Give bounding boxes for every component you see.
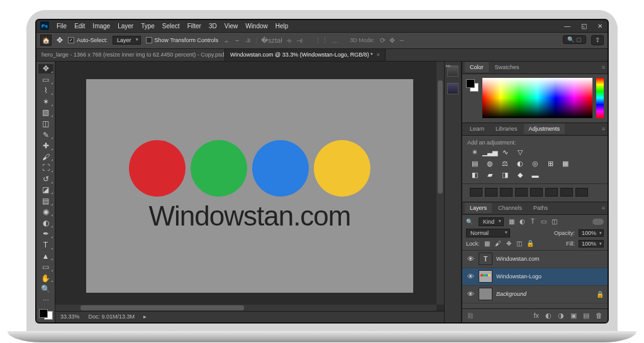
distribute-icons[interactable]: ⋮⋮ … (314, 36, 339, 45)
panel-menu-icon[interactable]: ≡ (602, 205, 605, 211)
levels-icon[interactable]: ▁▃▅ (485, 148, 495, 157)
tab-layers[interactable]: Layers (465, 203, 492, 213)
lock-all-icon[interactable]: 🔒 (526, 240, 534, 247)
home-button[interactable]: 🏠 (40, 35, 52, 46)
distribute-h-icon[interactable]: ⋮⋮ (314, 36, 328, 45)
align-right-icon[interactable]: ⫣ (296, 36, 303, 45)
tab-adjustments[interactable]: Adjustments (524, 124, 565, 134)
menu-layer[interactable]: Layer (118, 23, 133, 30)
menu-select[interactable]: Select (162, 23, 180, 30)
brush-tool[interactable]: 🖌 (38, 152, 53, 162)
shape-tool[interactable]: ▭ (38, 262, 53, 272)
opacity-field[interactable]: 100% (579, 229, 604, 237)
channel-mixer-icon[interactable]: ⊞ (545, 160, 555, 168)
shape-filter-icon[interactable]: ▭ (540, 218, 547, 225)
threeD-icons[interactable]: ⟳ ✥ ↔ (380, 36, 406, 45)
dolly-icon[interactable]: ↔ (399, 36, 406, 45)
align-bottom-icon[interactable]: ⫡ (245, 36, 252, 45)
visibility-icon[interactable]: 👁 (466, 273, 475, 280)
color-balance-icon[interactable]: ⚖ (500, 160, 510, 168)
invert-icon[interactable]: ◧ (470, 171, 480, 180)
menu-help[interactable]: Help (275, 23, 289, 30)
menu-view[interactable]: View (225, 23, 238, 30)
canvas-scroll[interactable]: Windowstan.com (55, 62, 444, 311)
color-spectrum[interactable] (482, 78, 592, 118)
new-group-icon[interactable]: ▣ (570, 312, 577, 320)
close-icon[interactable]: × (377, 52, 380, 58)
gradient-map-icon[interactable]: ▬ (530, 171, 540, 180)
eyedropper-tool[interactable]: ✎ (38, 130, 53, 140)
path-select-tool[interactable]: ▲ (38, 251, 53, 261)
zoom-tool[interactable]: 🔍 (38, 284, 53, 294)
tab-learn[interactable]: Learn (465, 124, 489, 134)
lock-icons[interactable]: ▦ 🖌 ✥ ◫ 🔒 (484, 240, 534, 247)
auto-select-checkbox[interactable]: ✓ Auto-Select: (68, 37, 108, 43)
layer-row[interactable]: 👁 T Windowstan.com (462, 251, 608, 268)
brightness-icon[interactable]: ☀ (470, 148, 480, 157)
tab-paths[interactable]: Paths (528, 203, 553, 213)
more-align-icon[interactable]: … (332, 36, 339, 45)
edit-toolbar-icon[interactable]: ⋯ (38, 295, 53, 305)
blend-mode-select[interactable]: Normal (466, 229, 510, 237)
visibility-icon[interactable]: 👁 (466, 255, 475, 263)
bw-icon[interactable]: ◐ (515, 160, 525, 168)
tab-swatches[interactable]: Swatches (490, 62, 525, 72)
pen-tool[interactable]: ✒ (38, 229, 53, 239)
panel-menu-icon[interactable]: ≡ (602, 126, 605, 132)
adjustment-presets[interactable] (467, 188, 602, 197)
menu-file[interactable]: File (57, 23, 67, 30)
marquee-tool[interactable]: ▭ (38, 75, 53, 85)
quick-select-tool[interactable]: ✶ (38, 97, 53, 107)
window-minimize-icon[interactable]: — (564, 23, 571, 30)
history-brush-tool[interactable]: ↺ (38, 174, 53, 184)
horizontal-scrollbar[interactable] (55, 305, 436, 311)
healing-tool[interactable]: ✚ (38, 141, 53, 151)
foreground-background-swatches[interactable] (39, 309, 53, 320)
align-icons[interactable]: ⫠ ⫟ ⫡ | �ształ ⟛ ⫣ (223, 36, 303, 45)
align-vcenter-icon[interactable]: ⫟ (234, 36, 241, 45)
menu-window[interactable]: Window (245, 23, 268, 30)
lock-transparent-icon[interactable]: ▦ (484, 240, 491, 247)
menu-3d[interactable]: 3D (209, 23, 217, 30)
layer-row[interactable]: 👁 Windowstan-Logo (462, 268, 608, 286)
lock-pixels-icon[interactable]: 🖌 (494, 240, 502, 247)
window-close-icon[interactable]: ✕ (596, 23, 604, 30)
panel-menu-icon[interactable]: ≡ (602, 64, 605, 70)
new-layer-icon[interactable]: ▤ (583, 312, 589, 320)
visibility-icon[interactable]: 👁 (466, 290, 475, 298)
curves-icon[interactable]: ∿ (500, 148, 510, 157)
layer-filter-select[interactable]: Kind (479, 217, 504, 226)
align-hcenter-icon[interactable]: ⟛ (286, 36, 292, 45)
hue-slider[interactable] (596, 78, 604, 118)
color-lookup-icon[interactable]: ▦ (560, 160, 570, 168)
status-caret-icon[interactable]: ▸ (143, 313, 147, 320)
tab-channels[interactable]: Channels (493, 203, 527, 213)
threshold-icon[interactable]: ◨ (500, 171, 510, 180)
hue-sat-icon[interactable]: ◍ (485, 160, 495, 168)
photo-filter-icon[interactable]: ◎ (530, 160, 540, 168)
menu-edit[interactable]: Edit (74, 23, 85, 30)
filter-toggle[interactable] (592, 219, 604, 225)
show-transform-checkbox[interactable]: Show Transform Controls (146, 37, 219, 43)
color-swatch[interactable] (466, 79, 479, 92)
delete-layer-icon[interactable]: 🗑 (596, 312, 602, 319)
pixel-filter-icon[interactable]: ▦ (508, 218, 515, 225)
eraser-tool[interactable]: ◪ (38, 185, 53, 195)
crop-tool[interactable]: ▧ (38, 108, 53, 118)
lasso-tool[interactable]: ⌇ (38, 86, 53, 96)
vertical-scrollbar[interactable] (436, 62, 444, 305)
dodge-tool[interactable]: ◐ (38, 218, 53, 228)
lock-artboard-icon[interactable]: ◫ (516, 240, 523, 247)
orbit-icon[interactable]: ⟳ (380, 36, 386, 45)
layer-filter-icons[interactable]: ▦ ◐ T ▭ ◫ (508, 218, 558, 225)
smart-filter-icon[interactable]: ◫ (550, 218, 558, 225)
auto-select-mode-select[interactable]: Layer (113, 36, 141, 45)
selective-color-icon[interactable]: ◆ (515, 171, 525, 180)
menu-filter[interactable]: Filter (187, 23, 201, 30)
type-filter-icon[interactable]: T (529, 218, 536, 225)
frame-tool[interactable]: ◫ (38, 119, 53, 129)
menu-type[interactable]: Type (141, 23, 155, 30)
menu-image[interactable]: Image (92, 23, 110, 30)
artboard[interactable]: Windowstan.com (86, 79, 413, 293)
pan-icon[interactable]: ✥ (389, 36, 395, 45)
